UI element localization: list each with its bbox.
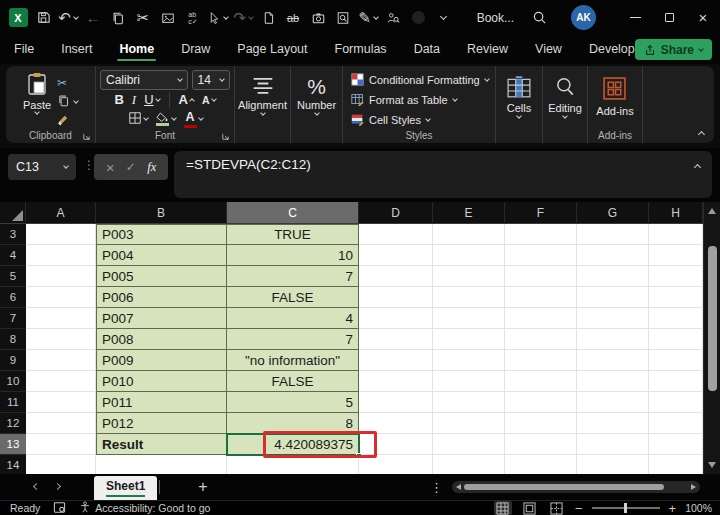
row-header-5[interactable]: 5 <box>0 266 26 287</box>
decrease-font-size-button[interactable]: A <box>200 95 218 106</box>
cell-D14[interactable] <box>359 455 433 474</box>
zoom-slider[interactable] <box>592 507 660 509</box>
fill-color-button[interactable] <box>154 112 178 126</box>
cut-button[interactable]: ✂ <box>57 75 67 90</box>
cell-H6[interactable] <box>649 287 703 308</box>
record-icon[interactable] <box>408 6 428 30</box>
cell-H7[interactable] <box>649 308 703 329</box>
cell-D6[interactable] <box>359 287 433 308</box>
row-header-14[interactable]: 14 <box>0 455 26 474</box>
cell-E10[interactable] <box>433 371 505 392</box>
row-header-4[interactable]: 4 <box>0 245 26 266</box>
cell-A11[interactable] <box>26 392 96 413</box>
cell-G8[interactable] <box>577 329 649 350</box>
cell-F9[interactable] <box>505 350 577 371</box>
row-header-9[interactable]: 9 <box>0 350 26 371</box>
cell-G12[interactable] <box>577 413 649 434</box>
cell-E3[interactable] <box>433 224 505 245</box>
increase-font-size-button[interactable]: A <box>177 93 196 106</box>
cell-A9[interactable] <box>26 350 96 371</box>
cell-C6[interactable]: FALSE <box>227 287 359 308</box>
sheet-bar-overflow-icon[interactable]: ⋮ <box>430 480 443 495</box>
number-button[interactable]: % Number <box>297 70 336 129</box>
excel-logo[interactable]: X <box>8 6 28 30</box>
tab-review[interactable]: Review <box>467 37 508 62</box>
zoom-out-button[interactable]: − <box>575 501 583 515</box>
tab-data[interactable]: Data <box>414 37 440 62</box>
cell-E8[interactable] <box>433 329 505 350</box>
cell-F6[interactable] <box>505 287 577 308</box>
cell-C8[interactable]: 7 <box>227 329 359 350</box>
strikethrough-icon[interactable]: ab <box>283 6 303 30</box>
vertical-scrollbar[interactable] <box>703 202 720 474</box>
alignment-button[interactable]: Alignment <box>238 70 287 129</box>
cell-C10[interactable]: FALSE <box>227 371 359 392</box>
paste-button[interactable]: Paste <box>23 72 51 114</box>
tab-insert[interactable]: Insert <box>61 37 92 62</box>
cell-H4[interactable] <box>649 245 703 266</box>
cell-B12[interactable]: P012 <box>96 413 227 434</box>
tab-home[interactable]: Home <box>119 37 154 62</box>
new-file-icon[interactable] <box>258 6 278 30</box>
minimize-button[interactable] <box>618 0 652 35</box>
cell-D9[interactable] <box>359 350 433 371</box>
column-header-A[interactable]: A <box>26 202 96 224</box>
font-color-button[interactable]: A <box>182 111 205 128</box>
page-layout-view-button[interactable] <box>521 501 539 515</box>
cell-G10[interactable] <box>577 371 649 392</box>
cell-F4[interactable] <box>505 245 577 266</box>
scroll-right-icon[interactable] <box>691 484 696 490</box>
cell-D7[interactable] <box>359 308 433 329</box>
cell-B11[interactable]: P011 <box>96 392 227 413</box>
tab-file[interactable]: File <box>14 37 34 62</box>
tab-draw[interactable]: Draw <box>181 37 210 62</box>
cell-H14[interactable] <box>649 455 703 474</box>
cell-G11[interactable] <box>577 392 649 413</box>
zoom-level[interactable]: 100% <box>685 502 716 514</box>
font-name-combo[interactable]: Calibri <box>100 70 188 90</box>
cell-E14[interactable] <box>433 455 505 474</box>
row-header-13[interactable]: 13 <box>0 434 26 455</box>
undo-icon[interactable]: ↶ <box>58 6 78 30</box>
cell-styles-button[interactable]: Cell Styles <box>347 111 491 128</box>
cell-G9[interactable] <box>577 350 649 371</box>
cell-A3[interactable] <box>26 224 96 245</box>
normal-view-button[interactable] <box>494 501 512 515</box>
column-header-H[interactable]: H <box>649 202 703 224</box>
tab-view[interactable]: View <box>535 37 562 62</box>
page-break-view-button[interactable] <box>548 501 566 515</box>
cell-B14[interactable] <box>96 455 227 474</box>
draw-icon[interactable]: ✎ <box>358 6 378 30</box>
cell-C9[interactable]: "no information" <box>227 350 359 371</box>
search-icon[interactable] <box>532 10 547 25</box>
borders-button[interactable] <box>126 111 150 128</box>
cell-E4[interactable] <box>433 245 505 266</box>
cell-E11[interactable] <box>433 392 505 413</box>
workbook-title[interactable]: Book... <box>477 11 514 25</box>
scroll-down-icon[interactable] <box>708 462 716 468</box>
cell-E12[interactable] <box>433 413 505 434</box>
row-header-8[interactable]: 8 <box>0 329 26 350</box>
camera-icon[interactable] <box>308 6 328 30</box>
cell-E7[interactable] <box>433 308 505 329</box>
cell-F11[interactable] <box>505 392 577 413</box>
tab-page-layout[interactable]: Page Layout <box>237 37 307 62</box>
cell-B5[interactable]: P005 <box>96 266 227 287</box>
cell-B7[interactable]: P007 <box>96 308 227 329</box>
cell-B9[interactable]: P009 <box>96 350 227 371</box>
previous-sheet-icon[interactable] <box>33 482 40 489</box>
column-header-C[interactable]: C <box>227 202 359 224</box>
cell-C5[interactable]: 7 <box>227 266 359 287</box>
paste-picture-icon[interactable] <box>158 6 178 30</box>
cell-A7[interactable] <box>26 308 96 329</box>
clipboard-dialog-launcher-icon[interactable] <box>82 132 91 141</box>
column-header-G[interactable]: G <box>577 202 649 224</box>
touch-mode-icon[interactable] <box>208 6 228 30</box>
tab-formulas[interactable]: Formulas <box>335 37 387 62</box>
cell-F8[interactable] <box>505 329 577 350</box>
column-header-E[interactable]: E <box>433 202 505 224</box>
addins-button[interactable]: Add-ins <box>596 70 633 129</box>
cell-F7[interactable] <box>505 308 577 329</box>
cell-F5[interactable] <box>505 266 577 287</box>
italic-button[interactable]: I <box>130 92 138 108</box>
